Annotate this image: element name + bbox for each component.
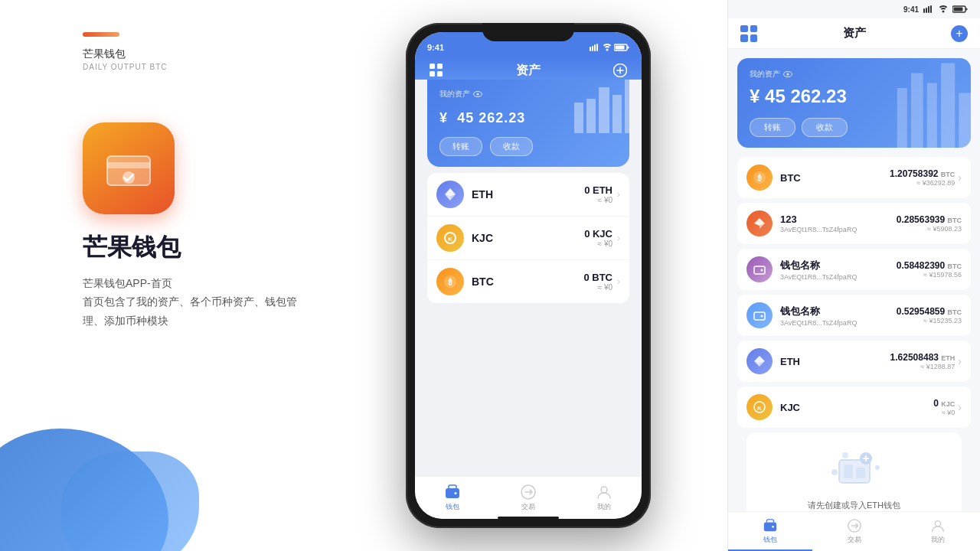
phone-eth-name: ETH xyxy=(472,188,493,201)
right-status-bar: 9:41 xyxy=(728,0,980,18)
phone-transfer-button[interactable]: 转账 xyxy=(439,137,482,156)
phone-nav-mine[interactable]: 我的 xyxy=(566,484,642,512)
right-coin-123[interactable]: 123 3AvEQt1R8...TsZ4fpaRQ 0.28563939 BTC… xyxy=(737,203,971,244)
svg-rect-3 xyxy=(590,47,591,51)
phone-screen: 9:41 资产 xyxy=(415,32,642,519)
svg-point-67 xyxy=(875,465,880,470)
right-coin-list: ₿ BTC 1.20758392 BTC ≈ ¥36292.89 › 123 3… xyxy=(728,157,980,511)
svg-text:K: K xyxy=(448,236,452,243)
right-transfer-button[interactable]: 转账 xyxy=(750,118,795,137)
phone-nav-trade[interactable]: 交易 xyxy=(491,484,567,512)
right-eth-arrow: › xyxy=(958,355,962,367)
svg-rect-63 xyxy=(844,465,853,478)
svg-point-38 xyxy=(942,11,945,13)
phone-nav-wallet[interactable]: 钱包 xyxy=(415,484,491,512)
right-receive-button[interactable]: 收款 xyxy=(802,118,848,137)
phone-nav-wallet-label: 钱包 xyxy=(446,502,459,512)
right-kjc-arrow: › xyxy=(958,401,962,413)
svg-text:₿: ₿ xyxy=(757,174,762,182)
svg-rect-42 xyxy=(911,73,923,148)
svg-point-22 xyxy=(477,93,479,96)
right-header-title: 资产 xyxy=(843,26,866,41)
phone-add-icon[interactable] xyxy=(611,61,629,80)
svg-rect-55 xyxy=(754,312,765,320)
right-time: 9:41 xyxy=(903,5,919,14)
right-kjc-info: KJC xyxy=(780,402,933,413)
right-kjc-icon: K xyxy=(746,394,773,420)
right-coin-wallet2[interactable]: 钱包名称 3AvEQt1R8...TsZ4fpaRQ 0.52954859 BT… xyxy=(737,295,971,336)
phone-kjc-name: KJC xyxy=(472,232,493,244)
right-wallet1-balance: 0.58482390 BTC ≈ ¥15978.56 xyxy=(897,260,962,279)
left-panel: 芒果钱包 DAILY OUTPUT BTC 芒果钱包 芒果钱包APP-首页 首页… xyxy=(0,0,429,551)
right-asset-card: 我的资产 ¥ 45 262.23 转账 收款 xyxy=(737,58,971,148)
right-coin-btc[interactable]: ₿ BTC 1.20758392 BTC ≈ ¥36292.89 › xyxy=(737,157,971,198)
phone-nav-mine-label: 我的 xyxy=(597,502,611,512)
svg-rect-37 xyxy=(930,5,932,13)
phone-outer: 9:41 资产 xyxy=(406,23,651,528)
right-btc-balance: 1.20758392 BTC ≈ ¥36292.89 xyxy=(890,168,955,187)
phone-kjc-arrow: › xyxy=(617,233,620,243)
right-123-icon xyxy=(746,210,773,236)
svg-rect-64 xyxy=(856,468,865,478)
blob-decoration-2 xyxy=(61,452,199,551)
app-desc2: 首页包含了我的资产、各个币种资产、钱包管 理、添加币种模块 xyxy=(83,292,297,331)
svg-point-68 xyxy=(831,469,838,475)
svg-point-48 xyxy=(787,73,789,76)
eth-create-text: 请先创建或导入ETH钱包 xyxy=(759,500,949,511)
phone-eth-arrow: › xyxy=(617,189,620,200)
right-nav-trade-label: 交易 xyxy=(848,535,861,545)
svg-rect-45 xyxy=(897,88,907,148)
right-btc-arrow: › xyxy=(958,171,962,184)
right-nav-mine[interactable]: 我的 xyxy=(896,518,980,545)
right-panel: 9:41 资产 + 我的资产 ¥ 45 262.23 转账 收款 xyxy=(727,0,980,551)
phone-grid-icon[interactable] xyxy=(427,61,446,80)
svg-rect-11 xyxy=(430,64,435,69)
brand-sub: DAILY OUTPUT BTC xyxy=(83,63,167,71)
svg-rect-53 xyxy=(754,266,765,274)
svg-rect-13 xyxy=(430,71,435,77)
phone-coin-eth[interactable]: ETH 0 ETH ≈ ¥0 › xyxy=(427,173,629,217)
eth-create-box: 请先创建或导入ETH钱包 创建 导入 xyxy=(746,432,962,511)
phone-coin-list: ETH 0 ETH ≈ ¥0 › K KJC 0 KJC ≈ ¥0 xyxy=(427,173,629,303)
phone-asset-buttons: 转账 收款 xyxy=(439,137,617,156)
right-header: 资产 + xyxy=(728,18,980,49)
right-btc-icon: ₿ xyxy=(746,165,773,191)
svg-rect-5 xyxy=(594,44,596,51)
svg-point-31 xyxy=(455,492,457,494)
svg-rect-69 xyxy=(764,522,776,531)
svg-rect-1 xyxy=(107,162,150,168)
svg-point-7 xyxy=(606,49,609,51)
svg-rect-19 xyxy=(586,99,596,133)
right-eth-icon xyxy=(746,348,773,374)
right-add-button[interactable]: + xyxy=(951,25,968,42)
svg-point-56 xyxy=(761,315,763,318)
app-icon xyxy=(83,122,175,214)
right-coin-wallet1[interactable]: 钱包名称 3AvEQt1R8...TsZ4fpaRQ 0.58482390 BT… xyxy=(737,249,971,290)
phone-coin-kjc[interactable]: K KJC 0 KJC ≈ ¥0 › xyxy=(427,217,629,260)
right-coin-kjc[interactable]: K KJC 0 KJC ≈ ¥0 › xyxy=(737,386,971,428)
right-nav-trade[interactable]: 交易 xyxy=(812,518,897,545)
brand-text: 芒果钱包 xyxy=(83,47,126,61)
svg-text:₿: ₿ xyxy=(448,278,452,286)
phone-notch xyxy=(482,23,574,41)
phone-receive-button[interactable]: 收款 xyxy=(490,137,533,156)
svg-rect-35 xyxy=(926,8,927,13)
phone-nav-trade-label: 交易 xyxy=(521,502,535,512)
phone-coin-btc[interactable]: ₿ BTC 0 BTC ≈ ¥0 › xyxy=(427,260,629,303)
right-coin-eth[interactable]: ETH 1.62508483 ETH ≈ ¥1288.87 › xyxy=(737,341,971,382)
right-bottom-nav: 钱包 交易 我的 xyxy=(728,511,980,551)
right-nav-wallet[interactable]: 钱包 xyxy=(728,518,812,545)
right-wallet2-icon xyxy=(746,302,773,328)
kjc-icon: K xyxy=(436,224,464,252)
phone-eth-balance: 0 ETH ≈ ¥0 xyxy=(584,184,612,204)
app-desc1: 芒果钱包APP-首页 xyxy=(83,274,172,293)
right-wallet2-info: 钱包名称 3AvEQt1R8...TsZ4fpaRQ xyxy=(780,305,897,327)
phone-header: 资产 xyxy=(415,57,642,80)
right-nav-wallet-label: 钱包 xyxy=(763,535,777,545)
right-kjc-balance: 0 KJC ≈ ¥0 xyxy=(933,398,955,416)
right-wallet1-icon xyxy=(746,256,773,282)
right-btc-info: BTC xyxy=(780,172,890,184)
right-wallet2-balance: 0.52954859 BTC ≈ ¥15235.23 xyxy=(897,306,962,324)
right-grid-icon[interactable] xyxy=(740,25,757,42)
svg-rect-40 xyxy=(954,8,963,11)
